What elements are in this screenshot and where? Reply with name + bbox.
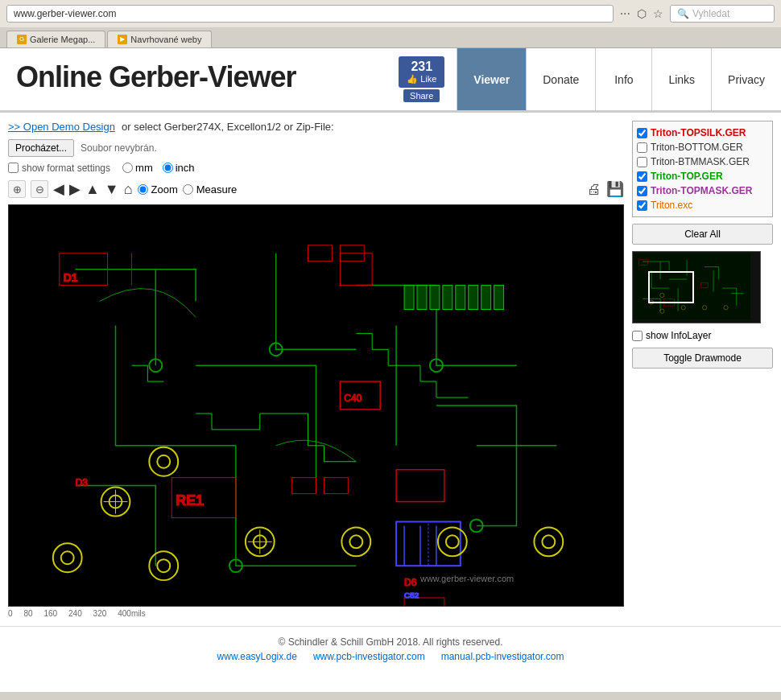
fb-like-label: 👍 Like (407, 74, 436, 84)
zoom-radio-input[interactable] (138, 184, 148, 195)
measure-radio-label[interactable]: Measure (183, 183, 238, 196)
tab-favicon-nav: ▶ (118, 35, 127, 44)
nav-privacy[interactable]: Privacy (711, 48, 781, 110)
minimap (632, 251, 761, 323)
svg-text:D3: D3 (76, 477, 89, 488)
layer-top-label: Triton-TOP.GER (651, 171, 723, 182)
layer-topmask-checkbox[interactable] (637, 186, 647, 196)
footer-link-manual[interactable]: manual.pcb-investigator.com (441, 651, 564, 662)
measure-radio-input[interactable] (183, 184, 193, 195)
format-settings-input[interactable] (8, 163, 19, 173)
format-row: show format settings mm inch (8, 162, 624, 174)
browser-tabs: G Galerie Megap... ▶ Navrhované weby (0, 27, 781, 47)
clear-all-button[interactable]: Clear All (632, 224, 773, 245)
toggle-drawmode-button[interactable]: Toggle Drawmode (632, 348, 773, 369)
info-layer-row: show InfoLayer (632, 330, 773, 341)
svg-text:C40: C40 (344, 393, 362, 404)
zoom-radio-label[interactable]: Zoom (138, 183, 178, 196)
header: Online Gerber-Viewer 231 👍 Like Share Vi… (0, 48, 781, 113)
save-icon[interactable]: 💾 (606, 180, 624, 198)
format-settings-label: show format settings (22, 163, 110, 174)
inch-label: inch (176, 162, 195, 174)
nav-info[interactable]: Info (595, 48, 651, 110)
layer-topmask[interactable]: Triton-TOPMASK.GER (637, 183, 768, 198)
url-text: www.gerber-viewer.com (14, 8, 116, 19)
file-toolbar: >> Open Demo Design or select Gerber274X… (8, 121, 624, 133)
nav-donate[interactable]: Donate (526, 48, 595, 110)
page-wrapper: Online Gerber-Viewer 231 👍 Like Share Vi… (0, 48, 781, 692)
browse-button[interactable]: Procházet... (8, 139, 74, 157)
footer-links: www.easyLogix.de www.pcb-investigator.co… (10, 651, 771, 662)
file-name-label: Soubor nevybrán. (81, 142, 157, 154)
nav-links[interactable]: Links (651, 48, 711, 110)
browser-toolbar: www.gerber-viewer.com ··· ⬡ ☆ 🔍 Vyhledat (0, 0, 781, 27)
arrow-up-icon[interactable]: ▲ (85, 181, 100, 198)
arrow-left-icon[interactable]: ◀ (53, 180, 64, 198)
toolbar-or-text: or select Gerber274X, Excellon1/2 or Zip… (122, 121, 334, 133)
svg-rect-46 (469, 286, 478, 310)
inch-radio-label[interactable]: inch (163, 162, 195, 174)
layer-topsilk[interactable]: Triton-TOPSILK.GER (637, 126, 768, 140)
svg-rect-47 (481, 286, 491, 310)
layer-bottom-checkbox[interactable] (637, 142, 647, 153)
layer-topsilk-label: Triton-TOPSILK.GER (651, 127, 746, 138)
layer-top-checkbox[interactable] (637, 171, 647, 182)
sidebar: Triton-TOPSILK.GER Triton-BOTTOM.GER Tri… (632, 121, 773, 618)
svg-text:C52: C52 (404, 591, 419, 599)
layer-topmask-label: Triton-TOPMASK.GER (651, 185, 752, 196)
main-nav: Viewer Donate Info Links Privacy (457, 48, 781, 110)
inch-radio[interactable] (163, 163, 173, 173)
footer-copyright: © Schindler & Schill GmbH 2018. All righ… (10, 636, 771, 648)
print-icon[interactable]: 🖨 (587, 181, 601, 198)
social-section: 231 👍 Like Share (386, 48, 457, 110)
layer-btmmask[interactable]: Triton-BTMMASK.GER (637, 154, 768, 169)
svg-rect-43 (430, 286, 440, 310)
tab-navrhowane[interactable]: ▶ Navrhované weby (107, 31, 212, 47)
tab-galerie[interactable]: G Galerie Megap... (6, 31, 105, 47)
zoom-out-icon[interactable]: ⊖ (31, 180, 48, 198)
layer-topsilk-checkbox[interactable] (637, 128, 647, 138)
scale-bar: 0 80 160 240 320 400mils (8, 609, 624, 618)
mm-radio[interactable] (122, 163, 133, 173)
pocket-icon[interactable]: ⬡ (637, 7, 647, 20)
fb-like-box[interactable]: 231 👍 Like (399, 56, 444, 88)
layer-bottom[interactable]: Triton-BOTTOM.GER (637, 140, 768, 154)
nav-viewer[interactable]: Viewer (457, 48, 526, 110)
minimap-svg (633, 252, 761, 323)
arrow-down-icon[interactable]: ▼ (105, 181, 119, 198)
footer-link-easylogix[interactable]: www.easyLogix.de (217, 651, 297, 662)
home-icon[interactable]: ⌂ (124, 181, 133, 198)
pcb-canvas[interactable]: D1 RE1 C40 D6 D3 (8, 204, 624, 607)
svg-rect-48 (494, 286, 504, 310)
layer-btmmask-checkbox[interactable] (637, 157, 647, 167)
mm-radio-label[interactable]: mm (122, 162, 153, 174)
layer-btmmask-label: Triton-BTMMASK.GER (651, 156, 750, 167)
measure-radio-text: Measure (196, 183, 238, 196)
fb-share-btn[interactable]: Share (403, 89, 440, 102)
format-settings-checkbox[interactable]: show format settings (8, 163, 110, 174)
footer-link-pcb-investigator[interactable]: www.pcb-investigator.com (313, 651, 425, 662)
svg-rect-44 (443, 286, 452, 310)
controls-row: ⊕ ⊖ ◀ ▶ ▲ ▼ ⌂ Zoom Measure 🖨 💾 (8, 180, 624, 198)
arrow-right-icon[interactable]: ▶ (69, 180, 81, 198)
zoom-radio-text: Zoom (151, 183, 178, 196)
open-demo-link[interactable]: >> Open Demo Design (8, 121, 115, 133)
svg-text:D1: D1 (64, 271, 78, 284)
bookmark-icon[interactable]: ☆ (653, 7, 663, 20)
layer-top[interactable]: Triton-TOP.GER (637, 169, 768, 183)
tab-favicon-galerie: G (17, 35, 27, 44)
browser-menu[interactable]: ··· (620, 6, 630, 21)
zoom-fit-icon[interactable]: ⊕ (8, 180, 26, 198)
layer-exc[interactable]: Triton.exc (637, 198, 768, 212)
unit-radio-group: mm inch (122, 162, 195, 174)
url-bar[interactable]: www.gerber-viewer.com (6, 5, 614, 23)
layer-exc-checkbox[interactable] (637, 200, 647, 211)
viewer-section: >> Open Demo Design or select Gerber274X… (8, 121, 624, 618)
search-placeholder: Vyhledat (692, 8, 729, 19)
tab-label-nav: Navrhované weby (130, 35, 201, 44)
info-layer-label[interactable]: show InfoLayer (646, 330, 711, 341)
svg-rect-45 (456, 286, 465, 310)
fb-count: 231 (407, 60, 436, 74)
info-layer-checkbox[interactable] (632, 331, 643, 341)
search-bar[interactable]: 🔍 Vyhledat (670, 5, 775, 23)
